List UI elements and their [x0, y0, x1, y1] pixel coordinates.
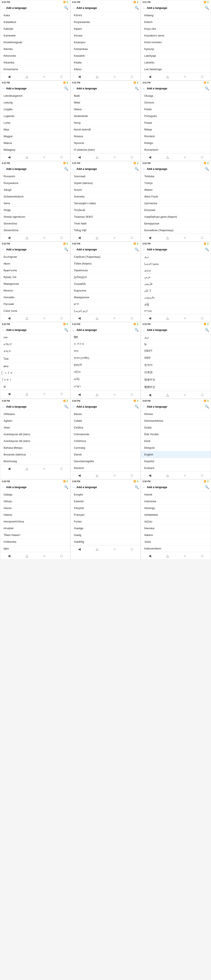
language-item[interactable]: Македонски: [0, 280, 70, 287]
recents-nav-icon[interactable]: ○: [112, 154, 118, 160]
language-item[interactable]: Norsk bokmål: [70, 126, 140, 133]
language-item[interactable]: Eooghε: [70, 491, 140, 498]
back-button[interactable]: ←: [2, 248, 5, 251]
home-nav-icon[interactable]: △: [94, 391, 101, 397]
home-nav-icon[interactable]: △: [23, 466, 30, 471]
home-nav-icon[interactable]: △: [164, 154, 171, 160]
home-nav-icon[interactable]: △: [23, 391, 30, 397]
language-item[interactable]: Português: [141, 113, 211, 119]
language-item[interactable]: Gaeilge: [70, 525, 140, 532]
language-item[interactable]: Walser: [141, 186, 211, 193]
home-nav-icon[interactable]: △: [23, 235, 30, 240]
back-button[interactable]: ←: [72, 485, 75, 489]
recents-nav-icon[interactable]: ○: [112, 315, 118, 321]
language-item[interactable]: Русский: [0, 301, 70, 307]
apps-nav-icon[interactable]: □: [58, 391, 65, 397]
language-item[interactable]: Kalenjin: [0, 25, 70, 32]
back-button[interactable]: ←: [143, 6, 145, 10]
language-item[interactable]: ትግርኛ: [0, 348, 70, 355]
apps-nav-icon[interactable]: □: [199, 74, 205, 80]
back-nav-icon[interactable]: ◀: [76, 74, 83, 80]
language-item[interactable]: Maa: [0, 126, 70, 133]
language-item[interactable]: Magyar: [0, 133, 70, 140]
recents-nav-icon[interactable]: ○: [112, 235, 118, 240]
language-item[interactable]: Lee fakatonga: [141, 66, 211, 73]
language-item[interactable]: Монгол: [0, 287, 70, 294]
search-button[interactable]: 🔍: [205, 167, 209, 171]
language-item[interactable]: Français: [70, 512, 140, 518]
language-item[interactable]: Srpski (latinica): [70, 180, 140, 186]
language-item[interactable]: Koyraboro senni: [141, 32, 211, 39]
search-button[interactable]: 🔍: [205, 328, 209, 332]
apps-nav-icon[interactable]: □: [129, 74, 135, 80]
home-nav-icon[interactable]: △: [94, 154, 101, 160]
language-item[interactable]: Chimakonde: [70, 431, 140, 438]
search-button[interactable]: 🔍: [134, 6, 139, 10]
language-item[interactable]: አማርኛ: [0, 341, 70, 348]
language-item[interactable]: Čeština: [70, 424, 140, 431]
back-nav-icon[interactable]: ◀: [146, 235, 153, 240]
back-button[interactable]: ←: [143, 87, 145, 90]
language-item[interactable]: Ewendo: [70, 498, 140, 505]
back-nav-icon[interactable]: ◀: [6, 315, 13, 321]
recents-nav-icon[interactable]: ○: [182, 154, 188, 160]
language-item[interactable]: ខ្មែរ: [0, 376, 70, 383]
language-item[interactable]: Кыргызча: [70, 287, 140, 294]
language-item[interactable]: Létcébuegench: [0, 92, 70, 99]
apps-nav-icon[interactable]: □: [58, 553, 65, 559]
home-nav-icon[interactable]: △: [94, 74, 101, 80]
search-button[interactable]: 🔍: [134, 167, 139, 171]
language-item[interactable]: عربي: [141, 274, 211, 280]
recents-nav-icon[interactable]: ○: [112, 74, 118, 80]
language-item[interactable]: مازيرونی: [141, 294, 211, 301]
back-nav-icon[interactable]: ◀: [76, 154, 83, 160]
search-button[interactable]: 🔍: [205, 86, 209, 91]
back-nav-icon[interactable]: ◀: [6, 391, 13, 397]
back-nav-icon[interactable]: ◀: [6, 466, 13, 471]
recents-nav-icon[interactable]: ○: [182, 74, 188, 80]
language-item[interactable]: 日本語: [141, 369, 211, 376]
back-nav-icon[interactable]: ◀: [146, 473, 153, 478]
home-nav-icon[interactable]: △: [164, 553, 171, 559]
recents-nav-icon[interactable]: ○: [41, 553, 48, 559]
language-item[interactable]: Sängö: [0, 186, 70, 193]
language-item[interactable]: Тоҷбаҷӣ: [70, 207, 140, 213]
language-item[interactable]: Kinyarwanda: [70, 19, 140, 25]
back-nav-icon[interactable]: ◀: [146, 315, 153, 321]
back-button[interactable]: ←: [2, 87, 5, 90]
back-button[interactable]: ←: [2, 167, 5, 171]
back-button[interactable]: ←: [72, 167, 75, 171]
language-item[interactable]: Kiswahili: [70, 52, 140, 59]
language-item[interactable]: हिंदी: [70, 334, 140, 341]
language-item[interactable]: Runasimi: [0, 173, 70, 180]
language-item[interactable]: Հայерեն: [70, 280, 140, 287]
back-nav-icon[interactable]: ◀: [146, 154, 153, 160]
home-nav-icon[interactable]: △: [23, 553, 30, 559]
language-item[interactable]: Kihorondo: [0, 52, 70, 59]
apps-nav-icon[interactable]: □: [199, 154, 205, 160]
language-item[interactable]: Indonesia: [141, 498, 211, 505]
language-item[interactable]: ਗੁਰਮੁਖੀ: [70, 362, 140, 369]
language-item[interactable]: Español: [141, 458, 211, 465]
apps-nav-icon[interactable]: □: [58, 235, 65, 240]
language-item[interactable]: ሰሎ: [0, 334, 70, 341]
language-item[interactable]: لٍ͟ڈَي‎ ‎: [141, 301, 211, 307]
recents-nav-icon[interactable]: ○: [112, 546, 118, 552]
recents-nav-icon[interactable]: ○: [182, 315, 188, 321]
language-item[interactable]: Български: [0, 253, 70, 260]
language-item[interactable]: Нохчийн: [0, 294, 70, 301]
back-button[interactable]: ←: [72, 248, 75, 251]
language-item[interactable]: Rikiqa: [141, 126, 211, 133]
language-item[interactable]: Македонски: [70, 294, 140, 301]
language-item[interactable]: Lieturlg: [0, 99, 70, 106]
search-button[interactable]: 🔍: [64, 6, 68, 10]
language-item[interactable]: Kilaang: [141, 12, 211, 19]
language-item[interactable]: Азербайҷан дили (Кирил): [141, 213, 211, 220]
language-item[interactable]: Ndəra: [70, 106, 140, 113]
apps-nav-icon[interactable]: □: [129, 315, 135, 321]
language-item[interactable]: ภาษา: [70, 382, 140, 391]
language-item[interactable]: سنڌي: [141, 267, 211, 274]
language-item[interactable]: Kiruwa: [70, 32, 140, 39]
apps-nav-icon[interactable]: □: [129, 154, 135, 160]
back-button[interactable]: ←: [72, 405, 75, 409]
